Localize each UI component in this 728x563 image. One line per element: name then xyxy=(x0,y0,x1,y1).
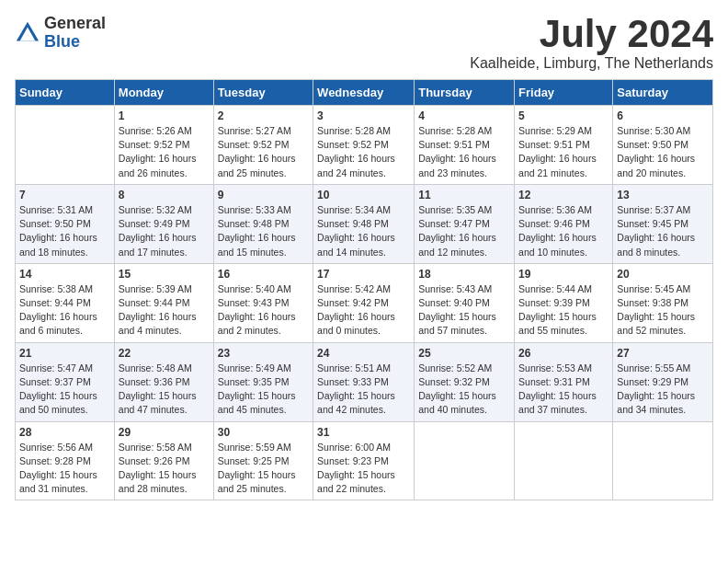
day-number: 26 xyxy=(518,347,609,360)
calendar-cell: 7Sunrise: 5:31 AM Sunset: 9:50 PM Daylig… xyxy=(16,184,115,263)
day-number: 5 xyxy=(518,109,609,122)
calendar-cell: 10Sunrise: 5:34 AM Sunset: 9:48 PM Dayli… xyxy=(313,184,415,263)
calendar-cell: 3Sunrise: 5:28 AM Sunset: 9:52 PM Daylig… xyxy=(313,106,415,185)
day-info: Sunrise: 5:36 AM Sunset: 9:46 PM Dayligh… xyxy=(518,203,609,259)
calendar-cell: 20Sunrise: 5:45 AM Sunset: 9:38 PM Dayli… xyxy=(613,263,713,342)
calendar-table: SundayMondayTuesdayWednesdayThursdayFrid… xyxy=(15,79,713,500)
calendar-cell: 12Sunrise: 5:36 AM Sunset: 9:46 PM Dayli… xyxy=(515,184,613,263)
day-info: Sunrise: 5:48 AM Sunset: 9:36 PM Dayligh… xyxy=(119,362,210,418)
calendar-cell: 25Sunrise: 5:52 AM Sunset: 9:32 PM Dayli… xyxy=(415,342,515,421)
calendar-cell: 21Sunrise: 5:47 AM Sunset: 9:37 PM Dayli… xyxy=(16,342,115,421)
day-info: Sunrise: 5:56 AM Sunset: 9:28 PM Dayligh… xyxy=(19,441,110,497)
calendar-cell: 17Sunrise: 5:42 AM Sunset: 9:42 PM Dayli… xyxy=(313,263,415,342)
calendar-cell: 9Sunrise: 5:33 AM Sunset: 9:48 PM Daylig… xyxy=(213,184,313,263)
day-info: Sunrise: 6:00 AM Sunset: 9:23 PM Dayligh… xyxy=(317,441,410,497)
calendar-cell: 31Sunrise: 6:00 AM Sunset: 9:23 PM Dayli… xyxy=(313,421,415,500)
day-info: Sunrise: 5:32 AM Sunset: 9:49 PM Dayligh… xyxy=(119,203,210,259)
day-info: Sunrise: 5:28 AM Sunset: 9:51 PM Dayligh… xyxy=(418,124,510,180)
day-number: 31 xyxy=(317,426,410,439)
day-number: 27 xyxy=(617,347,709,360)
day-number: 21 xyxy=(19,347,110,360)
calendar-week-row: 7Sunrise: 5:31 AM Sunset: 9:50 PM Daylig… xyxy=(16,184,713,263)
day-info: Sunrise: 5:30 AM Sunset: 9:50 PM Dayligh… xyxy=(617,124,709,180)
logo: General Blue xyxy=(15,15,106,52)
calendar-header-row: SundayMondayTuesdayWednesdayThursdayFrid… xyxy=(16,80,713,106)
calendar-week-row: 21Sunrise: 5:47 AM Sunset: 9:37 PM Dayli… xyxy=(16,342,713,421)
day-info: Sunrise: 5:27 AM Sunset: 9:52 PM Dayligh… xyxy=(218,124,309,180)
day-number: 9 xyxy=(218,189,309,201)
day-info: Sunrise: 5:29 AM Sunset: 9:51 PM Dayligh… xyxy=(518,124,609,180)
day-info: Sunrise: 5:51 AM Sunset: 9:33 PM Dayligh… xyxy=(317,362,410,418)
calendar-cell: 11Sunrise: 5:35 AM Sunset: 9:47 PM Dayli… xyxy=(415,184,515,263)
calendar-cell: 2Sunrise: 5:27 AM Sunset: 9:52 PM Daylig… xyxy=(213,106,313,185)
day-info: Sunrise: 5:44 AM Sunset: 9:39 PM Dayligh… xyxy=(518,282,609,339)
calendar-week-row: 1Sunrise: 5:26 AM Sunset: 9:52 PM Daylig… xyxy=(16,106,713,185)
day-info: Sunrise: 5:45 AM Sunset: 9:38 PM Dayligh… xyxy=(617,282,709,339)
day-info: Sunrise: 5:28 AM Sunset: 9:52 PM Dayligh… xyxy=(317,124,410,180)
column-header-sunday: Sunday xyxy=(16,80,115,106)
day-info: Sunrise: 5:31 AM Sunset: 9:50 PM Dayligh… xyxy=(19,203,110,259)
day-number: 20 xyxy=(617,268,709,281)
day-number: 1 xyxy=(119,109,210,122)
column-header-saturday: Saturday xyxy=(613,80,713,106)
day-info: Sunrise: 5:42 AM Sunset: 9:42 PM Dayligh… xyxy=(317,282,410,339)
day-info: Sunrise: 5:34 AM Sunset: 9:48 PM Dayligh… xyxy=(317,203,410,259)
calendar-cell: 27Sunrise: 5:55 AM Sunset: 9:29 PM Dayli… xyxy=(613,342,713,421)
day-number: 17 xyxy=(317,268,410,281)
calendar-cell: 4Sunrise: 5:28 AM Sunset: 9:51 PM Daylig… xyxy=(415,106,515,185)
day-info: Sunrise: 5:49 AM Sunset: 9:35 PM Dayligh… xyxy=(218,362,309,418)
logo-icon xyxy=(15,20,40,46)
calendar-cell xyxy=(16,106,115,185)
calendar-cell xyxy=(415,421,515,500)
calendar-cell xyxy=(613,421,713,500)
calendar-cell: 30Sunrise: 5:59 AM Sunset: 9:25 PM Dayli… xyxy=(213,421,313,500)
calendar-week-row: 28Sunrise: 5:56 AM Sunset: 9:28 PM Dayli… xyxy=(16,421,713,500)
day-info: Sunrise: 5:43 AM Sunset: 9:40 PM Dayligh… xyxy=(418,282,510,339)
day-number: 12 xyxy=(518,189,609,201)
day-number: 11 xyxy=(418,189,510,201)
day-number: 7 xyxy=(19,189,110,201)
calendar-cell: 26Sunrise: 5:53 AM Sunset: 9:31 PM Dayli… xyxy=(515,342,613,421)
calendar-cell: 28Sunrise: 5:56 AM Sunset: 9:28 PM Dayli… xyxy=(16,421,115,500)
day-number: 2 xyxy=(218,109,309,122)
day-number: 19 xyxy=(518,268,609,281)
day-info: Sunrise: 5:40 AM Sunset: 9:43 PM Dayligh… xyxy=(218,282,309,339)
day-number: 24 xyxy=(317,347,410,360)
day-info: Sunrise: 5:38 AM Sunset: 9:44 PM Dayligh… xyxy=(19,282,110,339)
day-number: 25 xyxy=(418,347,510,360)
day-number: 3 xyxy=(317,109,410,122)
location: Kaalheide, Limburg, The Netherlands xyxy=(470,55,713,72)
calendar-cell: 14Sunrise: 5:38 AM Sunset: 9:44 PM Dayli… xyxy=(16,263,115,342)
day-number: 28 xyxy=(19,426,110,439)
calendar-cell: 22Sunrise: 5:48 AM Sunset: 9:36 PM Dayli… xyxy=(114,342,213,421)
day-info: Sunrise: 5:52 AM Sunset: 9:32 PM Dayligh… xyxy=(418,362,510,418)
day-info: Sunrise: 5:37 AM Sunset: 9:45 PM Dayligh… xyxy=(617,203,709,259)
day-info: Sunrise: 5:33 AM Sunset: 9:48 PM Dayligh… xyxy=(218,203,309,259)
title-area: July 2024 Kaalheide, Limburg, The Nether… xyxy=(470,15,713,72)
day-info: Sunrise: 5:26 AM Sunset: 9:52 PM Dayligh… xyxy=(119,124,210,180)
column-header-monday: Monday xyxy=(114,80,213,106)
calendar-cell: 18Sunrise: 5:43 AM Sunset: 9:40 PM Dayli… xyxy=(415,263,515,342)
day-number: 14 xyxy=(19,268,110,281)
calendar-cell: 16Sunrise: 5:40 AM Sunset: 9:43 PM Dayli… xyxy=(213,263,313,342)
day-number: 22 xyxy=(119,347,210,360)
calendar-cell xyxy=(515,421,613,500)
calendar-cell: 13Sunrise: 5:37 AM Sunset: 9:45 PM Dayli… xyxy=(613,184,713,263)
calendar-cell: 23Sunrise: 5:49 AM Sunset: 9:35 PM Dayli… xyxy=(213,342,313,421)
day-info: Sunrise: 5:53 AM Sunset: 9:31 PM Dayligh… xyxy=(518,362,609,418)
column-header-tuesday: Tuesday xyxy=(213,80,313,106)
day-number: 4 xyxy=(418,109,510,122)
day-info: Sunrise: 5:55 AM Sunset: 9:29 PM Dayligh… xyxy=(617,362,709,418)
day-number: 29 xyxy=(119,426,210,439)
day-info: Sunrise: 5:39 AM Sunset: 9:44 PM Dayligh… xyxy=(119,282,210,339)
calendar-cell: 5Sunrise: 5:29 AM Sunset: 9:51 PM Daylig… xyxy=(515,106,613,185)
day-number: 18 xyxy=(418,268,510,281)
calendar-cell: 24Sunrise: 5:51 AM Sunset: 9:33 PM Dayli… xyxy=(313,342,415,421)
calendar-cell: 1Sunrise: 5:26 AM Sunset: 9:52 PM Daylig… xyxy=(114,106,213,185)
day-number: 10 xyxy=(317,189,410,201)
page-header: General Blue July 2024 Kaalheide, Limbur… xyxy=(15,15,713,72)
day-info: Sunrise: 5:35 AM Sunset: 9:47 PM Dayligh… xyxy=(418,203,510,259)
day-number: 30 xyxy=(218,426,309,439)
day-number: 6 xyxy=(617,109,709,122)
day-number: 23 xyxy=(218,347,309,360)
